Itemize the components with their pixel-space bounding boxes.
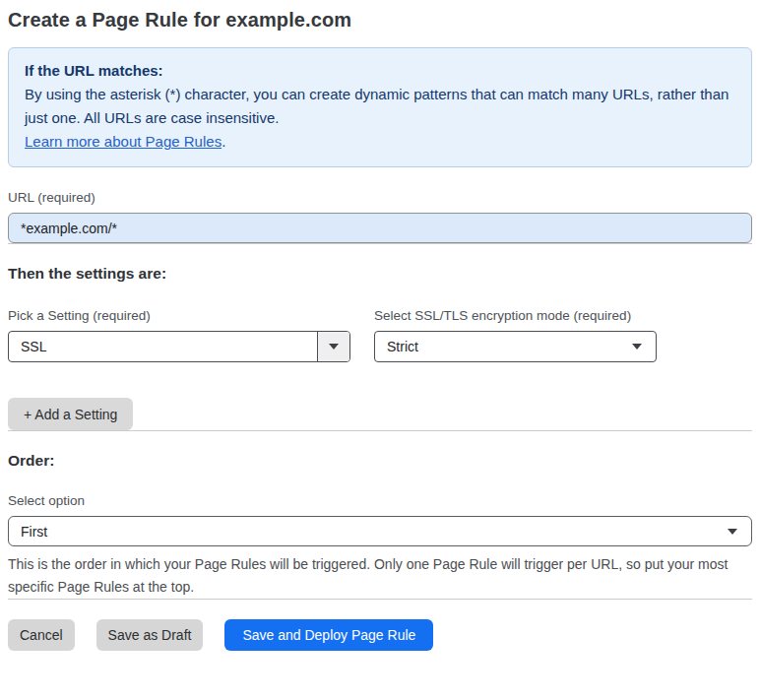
- divider: [8, 243, 752, 244]
- settings-section-heading: Then the settings are:: [8, 264, 752, 284]
- save-draft-button[interactable]: Save as Draft: [96, 619, 204, 651]
- info-box-heading: If the URL matches:: [25, 59, 735, 83]
- info-box-body: By using the asterisk (*) character, you…: [25, 83, 735, 130]
- order-section-heading: Order:: [8, 451, 752, 471]
- chevron-down-icon: [728, 529, 737, 535]
- encryption-mode-dropdown[interactable]: Strict: [374, 331, 657, 362]
- order-value: First: [9, 524, 59, 540]
- encryption-mode-value: Strict: [375, 339, 632, 354]
- url-match-info-box: If the URL matches: By using the asteris…: [8, 47, 752, 167]
- page-title: Create a Page Rule for example.com: [8, 6, 752, 33]
- pick-setting-label: Pick a Setting (required): [8, 307, 350, 325]
- footer-actions: Cancel Save as Draft Save and Deploy Pag…: [8, 619, 752, 651]
- save-deploy-button[interactable]: Save and Deploy Page Rule: [224, 619, 433, 651]
- cancel-button[interactable]: Cancel: [8, 619, 75, 651]
- url-field-label: URL (required): [8, 189, 752, 207]
- order-help-text: This is the order in which your Page Rul…: [8, 553, 736, 599]
- info-box-link-line: Learn more about Page Rules.: [25, 130, 735, 154]
- order-dropdown[interactable]: First: [8, 516, 752, 546]
- order-select-label: Select option: [8, 492, 752, 510]
- add-setting-button[interactable]: + Add a Setting: [8, 398, 133, 430]
- encryption-mode-label: Select SSL/TLS encryption mode (required…: [374, 307, 657, 325]
- chevron-down-icon: [632, 344, 642, 350]
- create-page-rule-panel: Create a Page Rule for example.com If th…: [0, 0, 760, 670]
- divider: [8, 430, 752, 431]
- dropdown-arrow-box: [317, 332, 349, 361]
- settings-selects-row: Pick a Setting (required) SSL Select SSL…: [8, 286, 752, 362]
- pick-setting-dropdown[interactable]: SSL: [8, 331, 350, 362]
- encryption-mode-column: Select SSL/TLS encryption mode (required…: [374, 286, 657, 362]
- divider: [8, 599, 752, 600]
- chevron-down-icon: [329, 344, 339, 350]
- pick-setting-value: SSL: [9, 339, 317, 354]
- url-input[interactable]: [8, 213, 752, 243]
- pick-setting-column: Pick a Setting (required) SSL: [8, 286, 350, 362]
- link-suffix: .: [222, 133, 225, 150]
- learn-more-link[interactable]: Learn more about Page Rules: [25, 133, 222, 150]
